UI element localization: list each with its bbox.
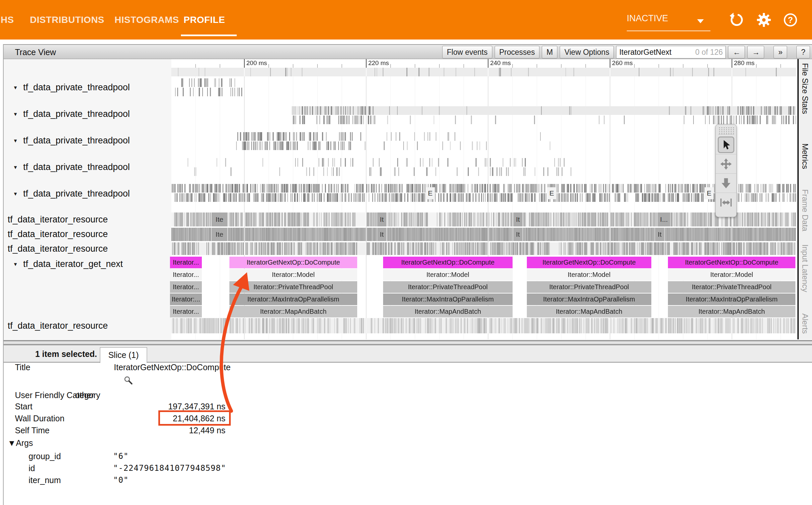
track-label-tf_data_iterator_resource[interactable]: tf_data_iterator_resource	[4, 320, 175, 331]
trace-slice-selected[interactable]: IteratorGetNextOp::DoCompute	[229, 257, 357, 268]
tab-distributions[interactable]: DISTRIBUTIONS	[30, 0, 104, 39]
arg-key-group-id: group_id	[29, 452, 61, 461]
trace-slice[interactable]: Iterator::MapAndBatch	[229, 306, 357, 317]
trace-slice-header[interactable]: Iterator...	[170, 257, 202, 268]
event-marker-e[interactable]: E	[547, 187, 556, 199]
ruler-label-260-ms: 260 ms	[612, 59, 633, 67]
trace-slice[interactable]: Iterator::PrivateThreadPool	[668, 281, 795, 293]
track-label-tf_data_private_threadpool[interactable]: ▼tf_data_private_threadpool	[4, 161, 171, 173]
pan-icon	[720, 157, 733, 171]
trace-slice[interactable]: Iterator::MapAndBatch	[527, 306, 651, 317]
trace-slice[interactable]: Iterator::MaxIntraOpParallelism	[668, 294, 795, 305]
track-label-tf_data_iterator_get_next[interactable]: ▼tf_data_iterator_get_next	[4, 258, 171, 270]
track-label-text: tf_data_iterator_resource	[8, 321, 108, 331]
track-label-tf_data_private_threadpool[interactable]: ▼tf_data_private_threadpool	[4, 82, 171, 93]
track-label-tf_data_private_threadpool[interactable]: ▼tf_data_private_threadpool	[4, 108, 171, 120]
trace-slice[interactable]: Iterator...	[170, 281, 202, 293]
track-label-tf_data_iterator_resource[interactable]: tf_data_iterator_resource	[4, 214, 175, 225]
event-marker-e[interactable]: E	[704, 187, 714, 199]
settings-icon[interactable]	[756, 12, 772, 28]
trace-slice[interactable]: Iterator::Model	[229, 269, 357, 281]
trace-slice[interactable]: Iterator::PrivateThreadPool	[229, 281, 357, 293]
tab-histograms[interactable]: HISTOGRAMS	[115, 0, 179, 39]
trace-slice[interactable]: Iterator...	[170, 269, 202, 281]
args-section-header[interactable]: ▼Args	[8, 438, 33, 448]
trace-slice[interactable]: Iterator::Model	[668, 269, 795, 281]
collapse-arrow-icon[interactable]: ▼	[13, 138, 18, 143]
field-label-self-time: Self Time	[15, 426, 49, 435]
tab-profile[interactable]: PROFILE	[184, 0, 225, 39]
metadata-button[interactable]: M	[542, 46, 557, 58]
track-label-tf_data_private_threadpool[interactable]: ▼tf_data_private_threadpool	[4, 135, 171, 146]
iterator-slice[interactable]: It	[655, 228, 665, 241]
event-marker-e[interactable]: E	[426, 187, 435, 199]
collapse-arrow-icon[interactable]: ▼	[13, 191, 18, 196]
trace-slice[interactable]: Iterator:...	[170, 294, 202, 305]
trace-slice[interactable]: Iterator::Model	[383, 269, 513, 281]
find-previous-button[interactable]: ←	[728, 46, 745, 58]
track-label-tf_data_private_threadpool[interactable]: ▼tf_data_private_threadpool	[4, 188, 171, 199]
iterator-slice[interactable]: Ite	[211, 212, 228, 226]
collapse-arrow-icon[interactable]: ▼	[13, 164, 18, 170]
processes-button[interactable]: Processes	[494, 46, 540, 58]
panel-splitter[interactable]	[4, 340, 812, 345]
collapse-arrow-icon[interactable]: ▼	[13, 261, 18, 267]
iterator-slice[interactable]: It	[377, 228, 387, 241]
trace-view-title: Trace View	[15, 47, 56, 57]
iterator-slice[interactable]: I...	[657, 212, 670, 226]
collapse-panel-button[interactable]: »	[774, 46, 787, 58]
reload-icon[interactable]	[729, 12, 744, 28]
iterator-slice[interactable]: It	[513, 228, 523, 241]
trace-slice[interactable]: Iterator::MaxIntraOpParallelism	[383, 294, 513, 305]
right-tab-file-size-stats[interactable]: File Size Stats	[800, 63, 810, 114]
trace-slice[interactable]: Iterator...	[170, 306, 202, 317]
trace-help-button[interactable]: ?	[796, 46, 810, 58]
zoom-arrow-icon	[720, 177, 732, 190]
zoom-tool-button[interactable]	[716, 174, 736, 193]
trace-slice[interactable]: Iterator::PrivateThreadPool	[383, 281, 513, 293]
run-selector[interactable]: INACTIVE	[627, 13, 710, 24]
svg-text:?: ?	[788, 15, 793, 25]
iterator-slice[interactable]: It	[513, 212, 523, 226]
right-tab-input-latency[interactable]: Input Latency	[800, 244, 810, 292]
track-label-tf_data_iterator_resource[interactable]: tf_data_iterator_resource	[4, 243, 175, 254]
trace-slice-header[interactable]: IteratorGetNextOp::DoCompute	[383, 257, 513, 268]
iterator-slice[interactable]: Ite	[211, 228, 228, 241]
track-label-list: ▼tf_data_private_threadpool▼tf_data_priv…	[4, 59, 171, 339]
right-tab-alerts[interactable]: Alerts	[800, 313, 810, 334]
trace-slice[interactable]: Iterator::MapAndBatch	[383, 306, 513, 317]
trace-slice[interactable]: Iterator::MaxIntraOpParallelism	[527, 294, 651, 305]
tab-graphs-partial[interactable]: HS	[1, 0, 14, 39]
field-value-self-time: 12,449 ns	[73, 426, 225, 435]
timing-tool-button[interactable]	[716, 193, 736, 212]
trace-search-input[interactable]: IteratorGetNext 0 of 126	[616, 46, 726, 58]
trace-slice[interactable]: Iterator::MaxIntraOpParallelism	[229, 294, 357, 305]
arg-value-id: "-2247961841077948598"	[113, 464, 226, 473]
collapse-arrow-icon[interactable]: ▼	[13, 85, 18, 90]
right-tab-frame-data[interactable]: Frame Data	[800, 189, 810, 231]
view-options-button[interactable]: View Options	[560, 46, 614, 58]
wall-duration-highlight-box	[158, 410, 231, 426]
trace-slice[interactable]: Iterator::MapAndBatch	[668, 306, 795, 317]
help-icon[interactable]: ?	[783, 12, 798, 28]
pan-tool-button[interactable]	[716, 154, 736, 174]
right-tab-metrics[interactable]: Metrics	[800, 143, 810, 169]
flow-events-button[interactable]: Flow events	[442, 46, 492, 58]
trace-slice-header[interactable]: IteratorGetNextOp::DoCompute	[668, 257, 795, 268]
track-label-text: tf_data_private_threadpool	[23, 109, 130, 119]
track-label-tf_data_iterator_resource[interactable]: tf_data_iterator_resource	[4, 228, 175, 240]
field-value-title: IteratorGetNextOp::DoCompute	[114, 363, 231, 372]
field-label-wall-duration: Wall Duration	[15, 414, 64, 423]
collapse-arrow-icon[interactable]: ▼	[13, 111, 18, 117]
trace-slice[interactable]: Iterator::PrivateThreadPool	[527, 281, 651, 293]
iterator-slice[interactable]: It	[377, 212, 387, 226]
selection-tool-button[interactable]	[716, 135, 736, 154]
palette-drag-handle[interactable]	[718, 126, 734, 135]
tab-slice[interactable]: Slice (1)	[100, 347, 147, 363]
find-next-button[interactable]: →	[747, 46, 764, 58]
trace-slice-header[interactable]: IteratorGetNextOp::DoCompute	[527, 257, 651, 268]
trace-slice[interactable]: Iterator::Model	[527, 269, 651, 281]
chevron-down-icon	[697, 19, 704, 23]
ruler-label-200-ms: 200 ms	[246, 59, 267, 67]
magnifier-icon[interactable]	[124, 376, 133, 385]
